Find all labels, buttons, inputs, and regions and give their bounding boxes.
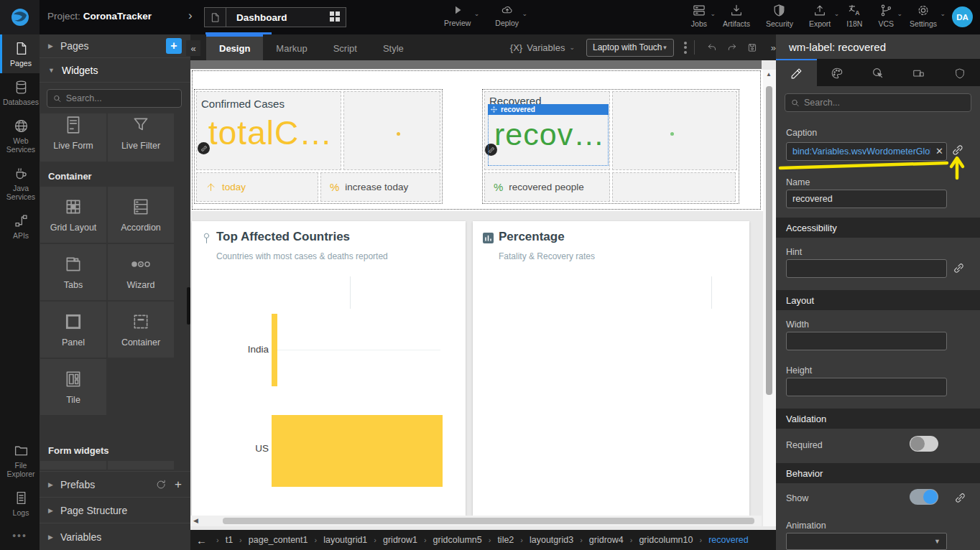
tab-style[interactable]: Style (370, 34, 417, 60)
page-structure-section-header[interactable]: ▶ Page Structure (40, 497, 190, 523)
widget-tile-tabs[interactable]: Tabs (40, 244, 106, 300)
i18n-button[interactable]: A I18N (846, 4, 862, 28)
tab-security[interactable] (939, 59, 980, 86)
widget-tile-partial[interactable] (108, 461, 174, 470)
collapsed-triangle-icon[interactable]: ▶ (48, 507, 53, 514)
name-input[interactable] (786, 190, 947, 208)
recovered-main-cell[interactable]: Recovered recovered recov… (484, 91, 610, 170)
scroll-up-icon[interactable]: ▲ (766, 71, 772, 78)
refresh-icon[interactable] (155, 479, 166, 490)
breadcrumb-item[interactable]: ›recovered (693, 535, 748, 545)
rail-item-file-explorer[interactable]: File Explorer (0, 437, 40, 484)
rail-item-java-services[interactable]: Java Services (0, 159, 40, 207)
confirmed-cases-card[interactable]: Confirmed Cases totalC… today % increase… (194, 89, 443, 204)
chevron-down-icon[interactable]: ⌄ (710, 10, 716, 17)
bind-link-icon[interactable] (954, 492, 966, 504)
rail-item-databases[interactable]: Databases (0, 73, 40, 112)
more-menu-icon[interactable] (684, 42, 687, 54)
properties-search-box[interactable] (785, 93, 971, 112)
page-tab-dashboard[interactable]: Dashboard (204, 7, 346, 27)
confirmed-today-cell[interactable]: today (196, 172, 318, 202)
rail-item-logs[interactable]: Logs (0, 484, 40, 523)
layout-section-header[interactable]: Layout (776, 290, 980, 310)
export-button[interactable]: ⌄ Export (809, 4, 831, 28)
tab-script[interactable]: Script (320, 34, 370, 60)
confirmed-cases-side-cell[interactable] (343, 91, 440, 170)
user-avatar[interactable]: DA (952, 6, 973, 27)
show-toggle[interactable] (910, 489, 938, 505)
animation-select[interactable]: ▼ (786, 533, 947, 550)
bind-link-icon[interactable] (198, 142, 210, 154)
wavemaker-logo-icon[interactable] (0, 0, 40, 34)
expand-right-panel-icon[interactable]: » (771, 42, 776, 53)
rail-item-apis[interactable]: APIs (0, 207, 40, 246)
variables-section-header[interactable]: ▶ Variables (40, 523, 190, 550)
collapsed-triangle-icon[interactable]: ▶ (48, 533, 53, 541)
height-input[interactable] (786, 378, 947, 396)
widget-tile-partial[interactable] (40, 461, 106, 470)
scroll-left-icon[interactable]: ◀ (193, 517, 198, 524)
properties-search-input[interactable] (804, 98, 965, 108)
breadcrumb-item[interactable]: ›layoutgrid1 (308, 535, 368, 545)
chevron-down-icon[interactable]: ⌄ (897, 10, 903, 17)
widget-tile-panel[interactable]: Panel (40, 302, 106, 358)
deploy-button[interactable]: ⌄ Deploy (495, 4, 519, 27)
jobs-button[interactable]: ⌄ Jobs (691, 4, 707, 28)
vcs-button[interactable]: ⌄ VCS (878, 4, 894, 28)
rail-item-pages[interactable]: Pages (0, 34, 40, 73)
prefabs-section-header[interactable]: ▶ Prefabs + (40, 471, 190, 497)
tab-markup[interactable]: Markup (263, 34, 320, 60)
collapsed-triangle-icon[interactable]: ▶ (48, 481, 53, 488)
widget-search-box[interactable] (47, 89, 182, 108)
selection-header[interactable]: recovered (488, 104, 609, 115)
collapsed-triangle-icon[interactable]: ▶ (48, 42, 53, 50)
chevron-down-icon[interactable]: ⌄ (522, 10, 528, 17)
tab-design[interactable]: Design (206, 34, 263, 60)
breadcrumb-item[interactable]: ›page_content1 (233, 535, 308, 545)
bar-us[interactable] (272, 415, 443, 487)
artifacts-button[interactable]: Artifacts (723, 4, 750, 28)
chevron-down-icon[interactable]: ⌄ (834, 10, 840, 17)
security-button[interactable]: Security (766, 4, 793, 28)
widgets-section-header[interactable]: ▼ Widgets (40, 58, 190, 83)
behavior-section-header[interactable]: Behavior (776, 463, 980, 483)
confirmed-increase-cell[interactable]: % increase today (320, 172, 440, 202)
caption-input[interactable] (786, 142, 947, 161)
widget-tile-grid-layout[interactable]: Grid Layout (40, 187, 106, 243)
confirmed-cases-main-cell[interactable]: Confirmed Cases totalC… (196, 91, 341, 170)
pages-section-header[interactable]: ▶ Pages + (40, 34, 190, 58)
add-prefab-button[interactable]: + (175, 477, 182, 492)
add-page-button[interactable]: + (166, 38, 182, 54)
hint-input[interactable] (786, 259, 947, 278)
undo-icon[interactable] (707, 41, 717, 55)
validation-section-header[interactable]: Validation (776, 409, 980, 429)
recovered-footer-empty-cell[interactable] (612, 172, 736, 202)
tab-styles[interactable] (817, 59, 858, 86)
tab-properties[interactable] (776, 59, 817, 86)
breadcrumb-item[interactable]: ›layoutgrid3 (514, 535, 573, 545)
recovered-side-cell[interactable] (612, 91, 737, 170)
more-options-icon[interactable]: ••• (0, 523, 40, 547)
canvas-top-scrollbar[interactable] (190, 60, 762, 69)
page-tab-label[interactable]: Dashboard (226, 12, 330, 23)
accessibility-section-header[interactable]: Accessibility (776, 218, 980, 238)
widget-tile-live-form[interactable]: Live Form (40, 113, 106, 162)
breadcrumb-item[interactable]: ›tile2 (482, 535, 514, 545)
bar-india[interactable] (272, 314, 277, 386)
recovered-card[interactable]: Recovered recovered recov… % recovered p… (482, 89, 739, 204)
collapse-panel-icon[interactable]: « (186, 40, 200, 56)
chevron-down-icon[interactable]: ⌄ (474, 10, 480, 17)
breadcrumb-item[interactable]: ›t1 (210, 535, 233, 545)
settings-button[interactable]: ⌄ Settings (910, 4, 937, 28)
tab-devices[interactable] (898, 59, 939, 86)
preview-button[interactable]: ⌄ Preview (444, 4, 471, 27)
breadcrumb-item[interactable]: ›gridrow1 (367, 535, 417, 545)
rail-item-web-services[interactable]: Web Services (0, 112, 40, 159)
chevron-down-icon[interactable]: ⌄ (940, 10, 946, 17)
widget-tile-container[interactable]: Container (108, 302, 174, 358)
vertical-scroll-thumb[interactable] (766, 86, 772, 395)
widget-search-input[interactable] (66, 93, 175, 103)
confirmed-cases-value[interactable]: totalC… (208, 113, 333, 152)
breadcrumb-scroll-left-icon[interactable]: ← (196, 534, 207, 546)
bind-link-icon[interactable] (951, 144, 964, 157)
